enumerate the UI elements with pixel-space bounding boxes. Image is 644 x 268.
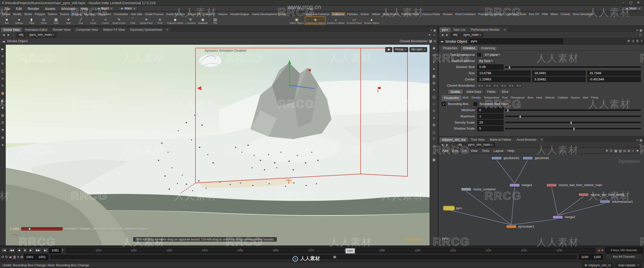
shelf-tab-lights-and-cameras[interactable]: Lights and Cameras [303,12,330,16]
rows-icon[interactable]: ▤ [619,149,622,153]
range-slider-handle[interactable] [333,255,336,258]
tab-scene-view[interactable]: Scene View [1,27,22,32]
shelf-tool-platonic-solids[interactable]: ◆Platonic Solids [166,16,184,25]
center-field-z[interactable]: -0.451946 [587,77,641,82]
tab-render-view[interactable]: Render View [50,27,73,32]
toolbar-grip-icon[interactable]: ≡ [434,39,436,43]
nav-forward-icon[interactable]: ▶ [7,33,11,36]
camera-icon[interactable]: ◉ [432,46,436,50]
division-size-slider[interactable] [505,66,641,68]
tab-performance-monitor[interactable]: Performance Monitor [468,27,502,32]
density-scale-slider[interactable] [505,122,641,123]
camera-lock-icon[interactable]: ◉ [385,47,392,52]
draw-tool-icon[interactable]: ✎ [1,84,4,88]
help-icon[interactable]: ? [640,39,642,43]
network-node-gasshred1[interactable] [522,156,533,160]
pane-menu-icon[interactable]: ≡ [636,138,638,142]
shelf-tab-polygon[interactable]: Polygon [34,12,46,16]
viz-tab-burn[interactable]: Burn [526,95,535,100]
two-dimensional-checkbox[interactable] [477,53,481,57]
path-node-chip[interactable]: pyro_sim_main ▾ [466,142,495,147]
folder-tab-instancing[interactable]: Instancing [478,45,498,50]
node-name-field[interactable]: pyro [469,38,563,44]
shelf-tool-surface-collider[interactable]: ◒Surface Collider [326,16,345,25]
shelf-tab-pyro-fx[interactable]: Pyro FX [528,12,540,16]
shelf-tab-hair-utils[interactable]: Hair Utils [130,12,144,16]
menu-file[interactable]: File [2,6,13,11]
new-tab-button[interactable]: + [539,137,544,142]
add-view-icon[interactable]: ⊞ [1,136,4,139]
bounding-box-hash-checkbox[interactable] [474,102,477,106]
shelf-tool-draw-curve[interactable]: ✎Draw Curve [112,16,126,25]
persp-view-button[interactable]: Persp ▾ [393,47,408,52]
shelf-tool-torus[interactable]: ◎Torus [38,16,50,25]
close-button[interactable]: ✕ [634,0,642,5]
transport-button[interactable]: ◀◀ [8,248,16,253]
home-icon[interactable]: ⌂ [640,149,642,153]
auto-update-selector[interactable]: Auto Update ▾ [616,262,642,268]
closed-boundary-toggle-5[interactable]: ✓▾ [515,83,522,88]
split-view-icon[interactable]: ◫ [432,95,436,99]
shelf-tab-grains[interactable]: Grains [360,12,370,16]
nav-back-icon[interactable]: ◀ [440,143,444,146]
tab-obj-pyro-sim-ma[interactable]: obj/pyro_sim_ma [440,137,468,142]
pane-maximize-icon[interactable]: ▣ [433,28,436,32]
shelf-tool-ground-plane[interactable]: ▭Ground Plane [346,16,363,25]
nav-back-icon[interactable]: ◀ [2,33,6,36]
shelf-tab-fluid-containers[interactable]: Fluid Containers [454,12,477,16]
path-node-chip[interactable]: pyro_sim_main ▾ [27,32,56,37]
list-icon[interactable]: ☰ [610,149,613,153]
frame-stepper[interactable]: ▲▼ [62,249,63,252]
minimum-slider[interactable] [505,109,641,111]
path-root-chip[interactable]: obj [455,142,464,147]
divisions-icon[interactable]: ⊞ [432,81,435,85]
transport-button[interactable]: ▶| [42,248,48,253]
range-end-field[interactable]: 1150 [579,254,590,259]
pin-icon[interactable]: ⊙ [638,143,642,146]
expand-icon[interactable]: ⇅ [636,39,639,43]
translate-tool-icon[interactable]: ✛ [1,55,4,58]
maximum-field[interactable]: 1 [477,114,504,119]
center-field-y[interactable]: 3.33462 [532,77,586,82]
network-node-merge3[interactable] [509,183,520,187]
transport-button[interactable]: ▶▶ [34,248,42,253]
no-cam-button[interactable]: No cam ▾ [410,47,427,52]
size-field-z[interactable]: 15.7549 [587,70,641,76]
wrench-icon[interactable]: ⚒ [606,149,608,153]
shelf-tab-texture[interactable]: Texture [59,12,70,16]
maximize-button[interactable]: ▢ [627,0,634,5]
menu-render[interactable]: Render [25,6,42,11]
bookmark-icon[interactable]: ★ [427,33,432,36]
add-icon[interactable]: ⊞ [20,255,23,259]
normals-icon[interactable]: △ [432,130,435,134]
shelf-tool-line[interactable]: ╱Line [75,16,87,25]
slider-handle[interactable] [508,65,510,69]
network-node-volumesource1[interactable] [600,200,610,204]
size-field-y[interactable]: 16.0491 [532,70,586,76]
shelf-tool-sphere[interactable]: ●Sphere [13,16,25,25]
folder-tab-properties[interactable]: Properties [440,45,460,50]
network-menu-view[interactable]: View [468,149,480,153]
shelf-tab-wires[interactable]: Wires [549,12,559,16]
shelf-tab-terrain-fx[interactable]: Terrain FX [186,12,202,16]
shadow-scale-field[interactable]: 5 [477,126,504,131]
shelf-tool-static-object[interactable]: ▣Static Object [289,16,304,25]
shelf-tool-circle[interactable]: ○Circle [87,16,99,25]
status-path-chip[interactable]: /obj/pyro_sim_m [582,262,614,268]
shelf-tab-rigging[interactable]: Rigging [71,12,83,16]
shelf-tab-fem[interactable]: FEM [541,12,549,16]
shelf-tab-populate-containers[interactable]: Populate Containers [477,12,505,16]
shelf-tab-collisions[interactable]: Collisions [331,12,345,16]
shade-icon[interactable]: ◧ [1,99,4,102]
pane-menu-icon[interactable]: ≡ [636,28,638,32]
group-tab-slice[interactable]: Slice [499,89,511,94]
pin-icon[interactable]: ⊙ [638,33,642,36]
highlight-icon[interactable]: ✦ [432,88,435,92]
shelf-tab-game-development-toolset[interactable]: Game Development Toolset [251,12,288,16]
pane-menu-icon[interactable]: ≡ [430,28,432,32]
network-menu-layout[interactable]: Layout [492,149,505,153]
viewport-canvas[interactable]: Dynamics Simulation Disabled ◉ Persp ▾ N… [6,45,430,245]
key-all-channels-button[interactable]: Key All Channels [605,254,643,260]
viz-tab-divergence[interactable]: Divergence [509,95,526,100]
shelf-tool-grid[interactable]: ▦Grid [50,16,62,25]
